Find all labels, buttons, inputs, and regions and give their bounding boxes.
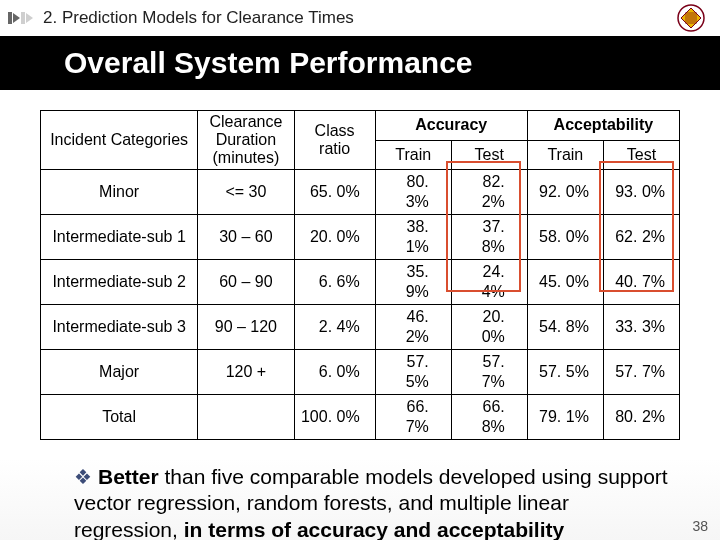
cell: 6. 6%: [294, 260, 375, 305]
cell: 20. 0%: [451, 305, 527, 350]
cell: Intermediate-sub 3: [41, 305, 198, 350]
table-row: Total 100. 0% 66. 7% 66. 8% 79. 1% 80. 2…: [41, 395, 680, 440]
slide-title: Overall System Performance: [0, 36, 720, 90]
cell: 57. 7%: [603, 350, 679, 395]
data-table-wrap: Incident Categories Clearance Duration (…: [40, 110, 680, 440]
highlight-accuracy-test: [446, 161, 521, 292]
cell: 20. 0%: [294, 215, 375, 260]
col-accp-train: Train: [527, 140, 603, 170]
cell: [198, 395, 294, 440]
slide: 2. Prediction Models for Clearance Times…: [0, 0, 720, 540]
cell: Major: [41, 350, 198, 395]
university-logo: [664, 0, 718, 36]
bullet-paragraph: ❖Better than five comparable models deve…: [40, 444, 692, 540]
cell: 57. 7%: [451, 350, 527, 395]
cell: 2. 4%: [294, 305, 375, 350]
table-row: Major 120 + 6. 0% 57. 5% 57. 7% 57. 5% 5…: [41, 350, 680, 395]
cell: 90 – 120: [198, 305, 294, 350]
cell: 66. 8%: [451, 395, 527, 440]
cell: 92. 0%: [527, 170, 603, 215]
cell: 65. 0%: [294, 170, 375, 215]
cell: <= 30: [198, 170, 294, 215]
table-row: Intermediate-sub 3 90 – 120 2. 4% 46. 2%…: [41, 305, 680, 350]
cell: 120 +: [198, 350, 294, 395]
cell: 45. 0%: [527, 260, 603, 305]
col-duration: Clearance Duration (minutes): [198, 111, 294, 170]
cell: 66. 7%: [375, 395, 451, 440]
cell: Intermediate-sub 1: [41, 215, 198, 260]
arrow-icon: [8, 12, 33, 24]
cell: 30 – 60: [198, 215, 294, 260]
data-table: Incident Categories Clearance Duration (…: [40, 110, 680, 440]
cell: 80. 3%: [375, 170, 451, 215]
cell: 58. 0%: [527, 215, 603, 260]
highlight-acceptability-test: [599, 161, 674, 292]
cell: 6. 0%: [294, 350, 375, 395]
cell: 38. 1%: [375, 215, 451, 260]
cell: 80. 2%: [603, 395, 679, 440]
cell: 57. 5%: [375, 350, 451, 395]
cell: 33. 3%: [603, 305, 679, 350]
svg-rect-1: [685, 12, 697, 24]
cell: Total: [41, 395, 198, 440]
table-row: Intermediate-sub 1 30 – 60 20. 0% 38. 1%…: [41, 215, 680, 260]
cell: 35. 9%: [375, 260, 451, 305]
breadcrumb-text: 2. Prediction Models for Clearance Times: [43, 8, 354, 28]
cell: Minor: [41, 170, 198, 215]
col-ratio: Class ratio: [294, 111, 375, 170]
bullet-strong-1: Better: [98, 465, 159, 488]
cell: 79. 1%: [527, 395, 603, 440]
cell: 46. 2%: [375, 305, 451, 350]
table-row: Intermediate-sub 2 60 – 90 6. 6% 35. 9% …: [41, 260, 680, 305]
cell: 60 – 90: [198, 260, 294, 305]
table-row: Minor <= 30 65. 0% 80. 3% 82. 2% 92. 0% …: [41, 170, 680, 215]
diamond-bullet-icon: ❖: [74, 466, 92, 488]
cell: 54. 8%: [527, 305, 603, 350]
content-area: Incident Categories Clearance Duration (…: [0, 90, 720, 540]
col-acceptability: Acceptability: [527, 111, 679, 141]
cell: Intermediate-sub 2: [41, 260, 198, 305]
bullet-strong-2: in terms of accuracy and acceptability: [184, 518, 564, 541]
col-accuracy: Accuracy: [375, 111, 527, 141]
page-number: 38: [692, 518, 708, 534]
col-acc-train: Train: [375, 140, 451, 170]
cell: 100. 0%: [294, 395, 375, 440]
breadcrumb: 2. Prediction Models for Clearance Times: [0, 0, 720, 34]
col-incident: Incident Categories: [41, 111, 198, 170]
cell: 57. 5%: [527, 350, 603, 395]
